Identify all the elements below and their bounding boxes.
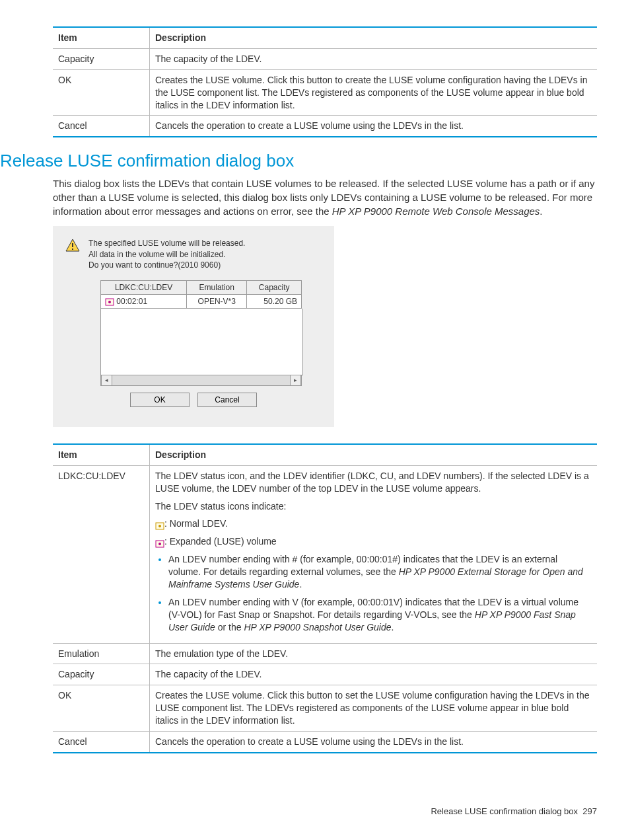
col-emulation: Emulation [187,280,247,294]
list-item: An LDEV number ending with # (for exampl… [168,553,592,591]
item-description-table-1: Item Description Capacity The capacity o… [53,26,597,137]
table-row: Capacity The capacity of the LDEV. [53,48,597,69]
col-description: Description [150,27,598,48]
list-item: An LDEV number ending with V (for exampl… [168,596,592,634]
normal-ldev-icon [155,521,164,529]
dialog-ldev-table: LDKC:CU:LDEV Emulation Capacity 00:02:01… [100,280,302,309]
cancel-button[interactable]: Cancel [197,393,257,407]
col-item: Item [53,444,150,465]
svg-rect-2 [72,248,73,250]
item-description-table-2: Item Description LDKC:CU:LDEV The LDEV s… [53,443,597,753]
svg-point-6 [158,525,161,527]
scroll-right-icon[interactable]: ▸ [290,375,301,385]
col-capacity: Capacity [247,280,302,294]
dialog-message: The specified LUSE volume will be releas… [88,238,245,270]
warning-icon [65,238,81,254]
luse-volume-icon [155,539,164,547]
doc-reference: HP XP P9000 Remote Web Console Messages [332,206,540,217]
table-row: OK Creates the LUSE volume. Click this b… [53,685,597,732]
scroll-left-icon[interactable]: ◂ [101,375,112,385]
col-description: Description [150,444,598,465]
table-row[interactable]: 00:02:01 OPEN-V*3 50.20 GB [101,294,302,308]
svg-point-8 [158,543,161,545]
table-row: Capacity The capacity of the LDEV. [53,664,597,685]
page-number: 297 [582,806,597,816]
table-row: OK Creates the LUSE volume. Click this b… [53,69,597,116]
ldev-notes-list: An LDEV number ending with # (for exampl… [155,553,592,633]
section-heading: Release LUSE confirmation dialog box [0,151,597,171]
intro-paragraph: This dialog box lists the LDEVs that con… [53,176,597,218]
table-row: LDKC:CU:LDEV The LDEV status icon, and t… [53,465,597,643]
dialog-table-body-empty [100,309,303,375]
table-row: Emulation The emulation type of the LDEV… [53,643,597,664]
svg-point-4 [108,301,111,303]
luse-volume-icon [105,298,114,306]
doc-reference: HP XP P9000 Snapshot User Guide [244,622,391,632]
release-luse-dialog: The specified LUSE volume will be releas… [53,226,334,427]
ok-button[interactable]: OK [130,393,190,407]
table-row: Cancel Cancels the operation to create a… [53,116,597,137]
svg-rect-1 [72,243,73,247]
table-row: Cancel Cancels the operation to create a… [53,732,597,753]
col-item: Item [53,27,150,48]
col-ldkc: LDKC:CU:LDEV [101,280,187,294]
horizontal-scrollbar[interactable]: ◂ ▸ [100,375,302,386]
page-footer: Release LUSE confirmation dialog box 297 [0,786,630,829]
